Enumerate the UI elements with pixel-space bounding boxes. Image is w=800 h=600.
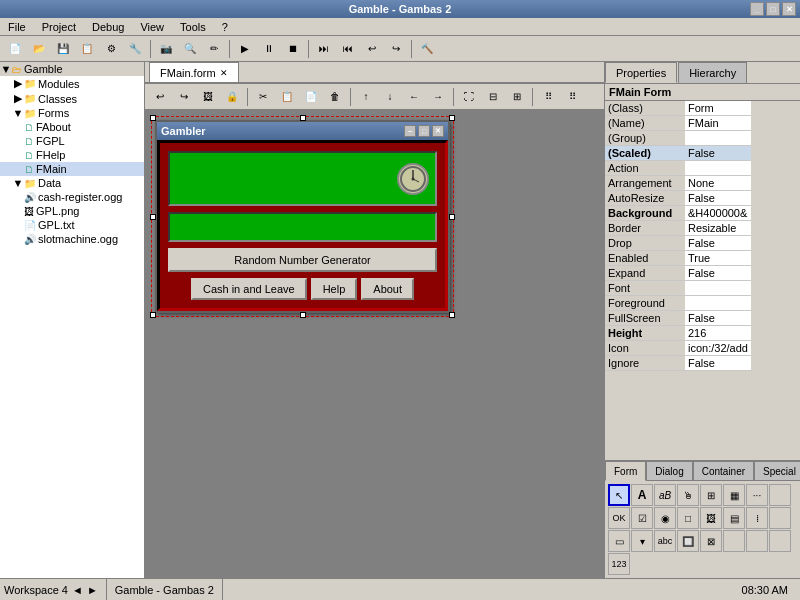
gambler-max-button[interactable]: □: [418, 125, 430, 137]
toolbar-btn11[interactable]: ⏸: [258, 38, 280, 60]
tool-list[interactable]: ▤: [723, 507, 745, 529]
ed-btn12[interactable]: →: [427, 86, 449, 108]
workspace-label: Workspace 4: [4, 584, 68, 596]
toolbar-btn14[interactable]: ⏮: [337, 38, 359, 60]
ed-btn9[interactable]: ↑: [355, 86, 377, 108]
gambler-window[interactable]: Gambler − □ ✕: [155, 120, 450, 313]
menu-project[interactable]: Project: [38, 21, 80, 33]
tool-table[interactable]: ▦: [723, 484, 745, 506]
ed-btn7[interactable]: 📄: [300, 86, 322, 108]
ed-btn3[interactable]: 🖼: [197, 86, 219, 108]
toolbar-sep4: [411, 40, 412, 58]
tree-item-gpl-txt[interactable]: 📄 GPL.txt: [0, 218, 144, 232]
toolbar-btn12[interactable]: ⏹: [282, 38, 304, 60]
toolbar-btn16[interactable]: ↪: [385, 38, 407, 60]
ed-btn10[interactable]: ↓: [379, 86, 401, 108]
tool-rect[interactable]: ▭: [608, 530, 630, 552]
tab-close-icon[interactable]: ✕: [220, 68, 228, 78]
tool-check[interactable]: ☑: [631, 507, 653, 529]
tree-item-fmain[interactable]: 🗋 FMain: [0, 162, 144, 176]
close-button[interactable]: ✕: [782, 2, 796, 16]
tool-scroll[interactable]: ⊠: [700, 530, 722, 552]
about-button[interactable]: About: [361, 278, 414, 300]
ed-btn1[interactable]: ↩: [149, 86, 171, 108]
menu-help[interactable]: ?: [218, 21, 232, 33]
tool-image[interactable]: 🖼: [700, 507, 722, 529]
tool-radio[interactable]: ◉: [654, 507, 676, 529]
ed-btn5[interactable]: ✂: [252, 86, 274, 108]
tree-item-cash-ogg[interactable]: 🔊 cash-register.ogg: [0, 190, 144, 204]
minimize-button[interactable]: _: [750, 2, 764, 16]
workspace-prev[interactable]: ◄: [72, 584, 83, 596]
toolbox-tab-dialog[interactable]: Dialog: [646, 461, 692, 480]
ed-btn11[interactable]: ←: [403, 86, 425, 108]
gambler-min-button[interactable]: −: [404, 125, 416, 137]
save-button[interactable]: 💾: [52, 38, 74, 60]
tool-text-area[interactable]: abc: [654, 530, 676, 552]
canvas-area[interactable]: Gambler − □ ✕: [145, 110, 604, 578]
tool-mouse[interactable]: 🖱: [677, 484, 699, 506]
toolbox-tab-special[interactable]: Special: [754, 461, 800, 480]
tab-fmain-form[interactable]: FMain.form ✕: [149, 62, 239, 82]
toolbox-tab-container[interactable]: Container: [693, 461, 754, 480]
menu-tools[interactable]: Tools: [176, 21, 210, 33]
window-controls[interactable]: _ □ ✕: [750, 2, 796, 16]
tree-item-gpl-png[interactable]: 🖼 GPL.png: [0, 204, 144, 218]
toolbar-btn6[interactable]: 🔧: [124, 38, 146, 60]
toolbar-btn17[interactable]: 🔨: [416, 38, 438, 60]
status-bar: Workspace 4 ◄ ► Gamble - Gambas 2 08:30 …: [0, 578, 800, 600]
tree-item-classes[interactable]: ▶ 📁 Classes: [0, 91, 144, 106]
tool-textbox[interactable]: aB: [654, 484, 676, 506]
ed-btn17[interactable]: ⠿: [561, 86, 583, 108]
ed-btn14[interactable]: ⊟: [482, 86, 504, 108]
tree-item-fabout[interactable]: 🗋 FAbout: [0, 120, 144, 134]
toolbar-btn5[interactable]: ⚙: [100, 38, 122, 60]
open-button[interactable]: 📂: [28, 38, 50, 60]
tool-label[interactable]: A: [631, 484, 653, 506]
tab-properties[interactable]: Properties: [605, 62, 677, 83]
tree-item-fgpl[interactable]: 🗋 FGPL: [0, 134, 144, 148]
toolbar-btn13[interactable]: ⏭: [313, 38, 335, 60]
cash-in-button[interactable]: Cash in and Leave: [191, 278, 307, 300]
tool-number[interactable]: 123: [608, 553, 630, 575]
tree-item-data[interactable]: ▼ 📁 Data: [0, 176, 144, 190]
tool-ok[interactable]: OK: [608, 507, 630, 529]
help-button[interactable]: Help: [311, 278, 358, 300]
tool-frame[interactable]: □: [677, 507, 699, 529]
toolbar-btn8[interactable]: 🔍: [179, 38, 201, 60]
maximize-button[interactable]: □: [766, 2, 780, 16]
menu-debug[interactable]: Debug: [88, 21, 128, 33]
tree-item-fhelp[interactable]: 🗋 FHelp: [0, 148, 144, 162]
menu-view[interactable]: View: [136, 21, 168, 33]
tool-grid[interactable]: ⊞: [700, 484, 722, 506]
ed-btn16[interactable]: ⠿: [537, 86, 559, 108]
tree-item-gamble[interactable]: ▼ 🗁 Gamble: [0, 62, 144, 76]
workspace-next[interactable]: ►: [87, 584, 98, 596]
ed-btn2[interactable]: ↪: [173, 86, 195, 108]
ed-btn4[interactable]: 🔒: [221, 86, 243, 108]
toolbar-btn7[interactable]: 📷: [155, 38, 177, 60]
tree-item-slot-ogg[interactable]: 🔊 slotmachine.ogg: [0, 232, 144, 246]
tab-hierarchy[interactable]: Hierarchy: [678, 62, 747, 83]
ed-btn15[interactable]: ⊞: [506, 86, 528, 108]
toolbox-tab-form[interactable]: Form: [605, 461, 646, 481]
new-button[interactable]: 📄: [4, 38, 26, 60]
tool-dots[interactable]: ···: [746, 484, 768, 506]
gambler-window-controls[interactable]: − □ ✕: [404, 125, 444, 137]
save-all-button[interactable]: 📋: [76, 38, 98, 60]
toolbar-btn9[interactable]: ✏: [203, 38, 225, 60]
tree-item-forms[interactable]: ▼ 📁 Forms: [0, 106, 144, 120]
ed-btn8[interactable]: 🗑: [324, 86, 346, 108]
tool-select[interactable]: ↖: [608, 484, 630, 506]
menu-file[interactable]: File: [4, 21, 30, 33]
ed-btn13[interactable]: ⛶: [458, 86, 480, 108]
ed-btn6[interactable]: 📋: [276, 86, 298, 108]
tool-combo[interactable]: ▾: [631, 530, 653, 552]
tool-panel[interactable]: 🔲: [677, 530, 699, 552]
tree-item-modules[interactable]: ▶ 📁 Modules: [0, 76, 144, 91]
gambler-close-button[interactable]: ✕: [432, 125, 444, 137]
gambler-title-bar[interactable]: Gambler − □ ✕: [157, 122, 448, 140]
tool-vline[interactable]: ⁞: [746, 507, 768, 529]
toolbar-btn15[interactable]: ↩: [361, 38, 383, 60]
toolbar-btn10[interactable]: ▶: [234, 38, 256, 60]
